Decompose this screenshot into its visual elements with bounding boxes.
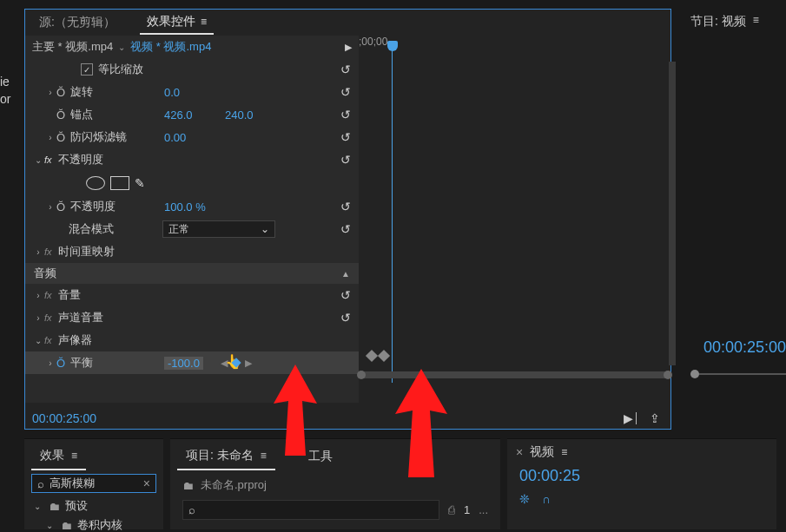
- keyframe-diamond-icon[interactable]: [366, 350, 378, 362]
- chevron-down-icon[interactable]: ⌄: [118, 43, 125, 52]
- anchor-y-value[interactable]: 240.0: [225, 108, 277, 122]
- twist-icon[interactable]: ›: [44, 358, 56, 368]
- anchor-x-value[interactable]: 426.0: [164, 108, 225, 122]
- filter-icon[interactable]: ⎙: [448, 503, 455, 516]
- reset-icon[interactable]: ↺: [333, 222, 359, 236]
- collapse-icon[interactable]: ▲: [341, 269, 350, 279]
- pen-mask-icon[interactable]: ✎: [135, 176, 145, 190]
- project-filename: 🖿 未命名.prproj: [170, 474, 500, 496]
- export-icon[interactable]: ⇪: [650, 411, 660, 425]
- effects-search[interactable]: ⌕ ×: [31, 474, 156, 493]
- fx-badge-icon[interactable]: fx: [44, 312, 58, 323]
- search-icon: ⌕: [37, 477, 44, 490]
- twist-icon[interactable]: ›: [32, 247, 44, 257]
- effects-search-input[interactable]: [50, 477, 128, 490]
- menu-icon[interactable]: ≡: [71, 450, 77, 462]
- stopwatch-icon[interactable]: Ŏ: [56, 131, 70, 144]
- tab-sequence[interactable]: × 视频 ≡: [507, 439, 776, 465]
- snap-icon[interactable]: ❊: [519, 492, 530, 506]
- preset-subfolder[interactable]: ⌄ 🖿 卷积内核: [24, 516, 163, 532]
- project-search[interactable]: ⌕: [182, 500, 439, 520]
- audio-section-header[interactable]: 音频 ▲: [25, 263, 359, 284]
- stopwatch-on-icon[interactable]: Ŏ: [56, 357, 70, 370]
- uniform-scale-row: ✓ 等比缩放 ↺: [25, 58, 359, 81]
- stopwatch-icon[interactable]: Ŏ: [56, 108, 70, 122]
- fx-badge-icon[interactable]: fx: [44, 154, 58, 165]
- mini-timeline[interactable]: ;00;00: [359, 36, 670, 403]
- sequence-clip-name[interactable]: 视频 * 视频.mp4: [130, 39, 211, 55]
- program-zoom-slider[interactable]: [690, 373, 786, 375]
- close-icon[interactable]: ×: [516, 445, 523, 459]
- keyframe-diamond-icon[interactable]: [378, 350, 390, 362]
- twist-icon[interactable]: ›: [32, 313, 44, 323]
- reset-icon[interactable]: ↺: [333, 130, 359, 144]
- program-tab[interactable]: 节目: 视频 ≡: [682, 9, 786, 35]
- antiflicker-value[interactable]: 0.00: [164, 131, 225, 144]
- twist-icon[interactable]: ›: [44, 88, 56, 97]
- reset-icon[interactable]: ↺: [333, 62, 359, 76]
- tab-project[interactable]: 项目: 未命名 ≡: [177, 443, 275, 470]
- mask-shapes-row: ✎: [25, 171, 359, 195]
- reset-icon[interactable]: ↺: [333, 311, 359, 325]
- preset-folder[interactable]: ⌄ 🖿 预设: [24, 496, 163, 516]
- search-icon: ⌕: [188, 503, 195, 516]
- opacity-value[interactable]: 100.0 %: [164, 200, 225, 213]
- playhead-handle[interactable]: [387, 41, 398, 51]
- channel-volume-row[interactable]: › fx 声道音量 ↺: [25, 306, 359, 329]
- reset-icon[interactable]: ↺: [333, 200, 359, 213]
- menu-icon[interactable]: ≡: [261, 450, 267, 462]
- volume-row[interactable]: › fx 音量 ↺: [25, 284, 359, 306]
- clear-icon[interactable]: ×: [143, 476, 150, 490]
- rotation-value[interactable]: 0.0: [164, 86, 225, 99]
- twist-icon[interactable]: ›: [44, 133, 56, 142]
- stopwatch-icon[interactable]: Ŏ: [56, 86, 70, 99]
- balance-value[interactable]: -100.0: [164, 357, 203, 370]
- timeline-scrollbar[interactable]: [359, 371, 670, 378]
- panel-footer-icons: ▶￨ ⇪: [624, 411, 660, 425]
- menu-icon[interactable]: ≡: [753, 14, 759, 30]
- playhead-line[interactable]: [392, 44, 393, 383]
- fx-badge-icon[interactable]: fx: [44, 290, 58, 300]
- rotation-row: › Ŏ 旋转 0.0 ↺: [25, 81, 359, 103]
- play-only-icon[interactable]: ▶￨: [624, 411, 639, 425]
- tab-source[interactable]: 源:（无剪辑）: [32, 11, 122, 34]
- reset-icon[interactable]: ↺: [333, 153, 359, 167]
- tab-effects[interactable]: 效果 ≡: [31, 443, 86, 470]
- clip-header: 主要 * 视频.mp4 ⌄ 视频 * 视频.mp4 ▶: [25, 36, 359, 58]
- ellipse-mask-icon[interactable]: [86, 176, 105, 190]
- next-keyframe-icon[interactable]: ▶: [245, 358, 252, 369]
- magnet-icon[interactable]: ∩: [542, 492, 551, 506]
- stopwatch-icon[interactable]: Ŏ: [56, 200, 70, 213]
- current-timecode[interactable]: 00:00:25:00: [32, 411, 96, 425]
- vertical-scrollbar[interactable]: [669, 62, 676, 365]
- twist-open-icon[interactable]: ⌄: [32, 336, 44, 345]
- truncated-text: ie or: [0, 74, 10, 108]
- twist-icon[interactable]: ›: [32, 291, 44, 300]
- reset-icon[interactable]: ↺: [333, 85, 359, 99]
- blend-mode-dropdown[interactable]: 正常 ⌄: [162, 220, 275, 238]
- tab-tools[interactable]: 工具: [300, 443, 341, 470]
- reset-icon[interactable]: ↺: [333, 288, 359, 302]
- folder-icon: 🖿: [61, 519, 72, 532]
- menu-icon[interactable]: ≡: [561, 446, 567, 458]
- play-icon[interactable]: ▶: [345, 42, 352, 53]
- fx-badge-icon[interactable]: fx: [44, 335, 58, 345]
- master-clip-name[interactable]: 主要 * 视频.mp4: [32, 39, 113, 55]
- uniform-scale-checkbox[interactable]: ✓: [81, 63, 93, 76]
- rect-mask-icon[interactable]: [110, 176, 129, 190]
- program-timecode[interactable]: 00:00:25:00: [703, 338, 786, 357]
- reset-icon[interactable]: ↺: [333, 108, 359, 122]
- sequence-timecode[interactable]: 00:00:25: [507, 465, 776, 487]
- fx-badge-icon[interactable]: fx: [44, 246, 58, 257]
- anchor-row: › Ŏ 锚点 426.0 240.0 ↺: [25, 103, 359, 126]
- panner-row[interactable]: ⌄ fx 声像器: [25, 329, 359, 351]
- opacity-group-row[interactable]: ⌄ fx 不透明度 ↺: [25, 148, 359, 171]
- time-remap-row[interactable]: › fx 时间重映射: [25, 240, 359, 263]
- timeline-start-time: ;00;00: [359, 36, 387, 48]
- menu-icon[interactable]: ≡: [201, 16, 207, 28]
- twist-open-icon[interactable]: ⌄: [32, 155, 44, 165]
- effects-panel: 效果 ≡ ⌕ × ⌄ 🖿 预设 ⌄ 🖿 卷积内核: [24, 438, 163, 529]
- tab-effect-controls[interactable]: 效果控件 ≡: [140, 10, 214, 35]
- bin-icon[interactable]: 🖿: [182, 479, 194, 492]
- twist-icon[interactable]: ›: [44, 202, 56, 212]
